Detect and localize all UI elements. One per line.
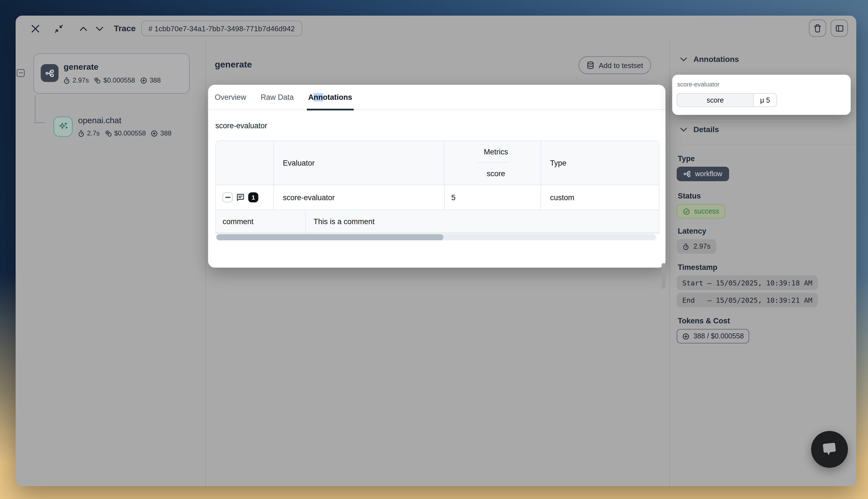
chevron-down-icon bbox=[680, 57, 687, 62]
span-title: generate bbox=[215, 60, 252, 70]
header-controls bbox=[216, 141, 274, 184]
header-metrics: Metrics score bbox=[445, 141, 541, 184]
timestamp-start-badge: Start – 15/05/2025, 10:39:18 AM bbox=[677, 276, 818, 290]
cell-evaluator: score-evaluator bbox=[274, 185, 445, 210]
tokens-plus-circle-icon bbox=[682, 332, 689, 340]
tokens-cost-label: Tokens & Cost bbox=[678, 317, 730, 325]
trace-id-badge[interactable]: # 1cbb70e7-34a1-7bb7-3498-771b7d46d942 bbox=[141, 21, 302, 36]
tree-node-title: openai.chat bbox=[78, 115, 121, 125]
workflow-icon bbox=[683, 170, 691, 178]
collapse-row-button[interactable] bbox=[222, 192, 233, 203]
tab-raw-data[interactable]: Raw Data bbox=[261, 84, 294, 110]
details-section-header[interactable]: Details bbox=[680, 125, 719, 134]
latency-badge: 2.97s bbox=[677, 239, 716, 254]
row-controls: 1 bbox=[216, 185, 274, 210]
tree-connector bbox=[35, 96, 35, 122]
annotation-card-popover: score-evaluator score μ 5 bbox=[672, 75, 851, 115]
coins-icon bbox=[105, 130, 112, 137]
llm-sparkles-icon bbox=[53, 117, 73, 137]
chevron-down-icon bbox=[680, 127, 687, 132]
stopwatch-icon bbox=[77, 130, 85, 137]
prev-span-chevron-up-icon[interactable] bbox=[79, 26, 87, 32]
timestamp-end-badge: End – 15/05/2025, 10:39:21 AM bbox=[677, 293, 818, 307]
status-label: Status bbox=[678, 192, 701, 200]
coins-icon bbox=[94, 77, 101, 84]
panel-layout-icon bbox=[835, 24, 844, 33]
cell-score: 5 bbox=[445, 185, 541, 210]
toggle-sidebar-button[interactable] bbox=[831, 20, 848, 37]
horizontal-scrollbar-thumb[interactable] bbox=[216, 234, 444, 240]
tree-collapse-toggle[interactable] bbox=[17, 69, 25, 77]
tokens-plus-circle-icon bbox=[151, 130, 158, 137]
workflow-node-icon bbox=[41, 64, 59, 82]
status-badge: success bbox=[677, 204, 725, 219]
type-label: Type bbox=[678, 155, 695, 163]
tree-node-openai-chat[interactable]: openai.chat 2.7s $0.000558 388 bbox=[53, 117, 190, 152]
comment-icon[interactable] bbox=[236, 193, 245, 202]
table-header-row: Evaluator Metrics score Type bbox=[216, 141, 659, 184]
vertical-scrollbar-thumb[interactable] bbox=[662, 263, 665, 289]
database-icon bbox=[587, 61, 595, 70]
trace-drawer: Trace # 1cbb70e7-34a1-7bb7-3498-771b7d46… bbox=[16, 16, 856, 486]
annotation-evaluator-label: score-evaluator bbox=[677, 81, 720, 87]
timestamp-label: Timestamp bbox=[678, 263, 718, 271]
trash-icon bbox=[813, 24, 822, 33]
add-to-testset-button[interactable]: Add to testset bbox=[578, 56, 651, 74]
chat-bubble-icon bbox=[819, 440, 840, 459]
drawer-title: Trace bbox=[114, 23, 135, 33]
cell-type: custom bbox=[541, 185, 660, 210]
tab-bar: Overview Raw Data Annotations bbox=[208, 85, 665, 110]
tree-connector-elbow bbox=[35, 122, 45, 123]
type-badge: workflow bbox=[677, 167, 729, 181]
comment-key: comment bbox=[216, 210, 306, 232]
header-type: Type bbox=[541, 141, 660, 184]
tree-node-title: generate bbox=[64, 62, 98, 71]
header-evaluator: Evaluator bbox=[274, 141, 445, 184]
table-row: 1 score-evaluator 5 custom bbox=[216, 184, 659, 210]
section-divider bbox=[670, 144, 856, 144]
evaluator-section-title: score-evaluator bbox=[215, 122, 267, 130]
comment-count-badge: 1 bbox=[248, 192, 258, 203]
annotations-table: Evaluator Metrics score Type bbox=[215, 141, 659, 234]
comment-value: This is a comment bbox=[306, 210, 660, 232]
close-icon[interactable] bbox=[31, 24, 40, 34]
text-selection: nn bbox=[314, 93, 323, 101]
tokens-cost-badge: 388 / $0.000558 bbox=[677, 329, 749, 343]
metric-name[interactable]: score bbox=[677, 93, 754, 107]
divider-main-sidebar bbox=[670, 41, 670, 486]
span-detail-popover: Overview Raw Data Annotations score-eval… bbox=[208, 85, 665, 268]
horizontal-scrollbar[interactable] bbox=[216, 234, 656, 240]
delete-trace-button[interactable] bbox=[809, 20, 826, 37]
tree-node-stats: 2.7s $0.000558 388 bbox=[77, 129, 171, 137]
tree-node-generate[interactable]: generate 2.97s $0.000558 388 bbox=[34, 53, 190, 94]
annotations-section-header[interactable]: Annotations bbox=[680, 54, 739, 63]
latency-label: Latency bbox=[678, 227, 706, 235]
divider-tree-main bbox=[205, 41, 206, 486]
tokens-plus-circle-icon bbox=[140, 77, 147, 84]
metric-aggregate[interactable]: μ 5 bbox=[754, 93, 777, 107]
section-divider bbox=[670, 120, 856, 121]
next-span-chevron-down-icon[interactable] bbox=[95, 26, 104, 32]
stopwatch-icon bbox=[682, 243, 689, 250]
stopwatch-icon bbox=[63, 77, 70, 84]
comment-expanded-row: comment This is a comment bbox=[216, 210, 659, 233]
tab-annotations[interactable]: Annotations bbox=[308, 84, 352, 110]
check-circle-icon bbox=[683, 208, 690, 215]
support-chat-button[interactable] bbox=[811, 431, 848, 468]
tab-overview[interactable]: Overview bbox=[215, 84, 246, 110]
collapse-panel-icon[interactable] bbox=[54, 24, 64, 34]
tree-node-stats: 2.97s $0.000558 388 bbox=[63, 76, 161, 84]
annotation-metric-pill[interactable]: score μ 5 bbox=[677, 93, 777, 107]
desktop-background: Trace # 1cbb70e7-34a1-7bb7-3498-771b7d46… bbox=[0, 0, 868, 499]
